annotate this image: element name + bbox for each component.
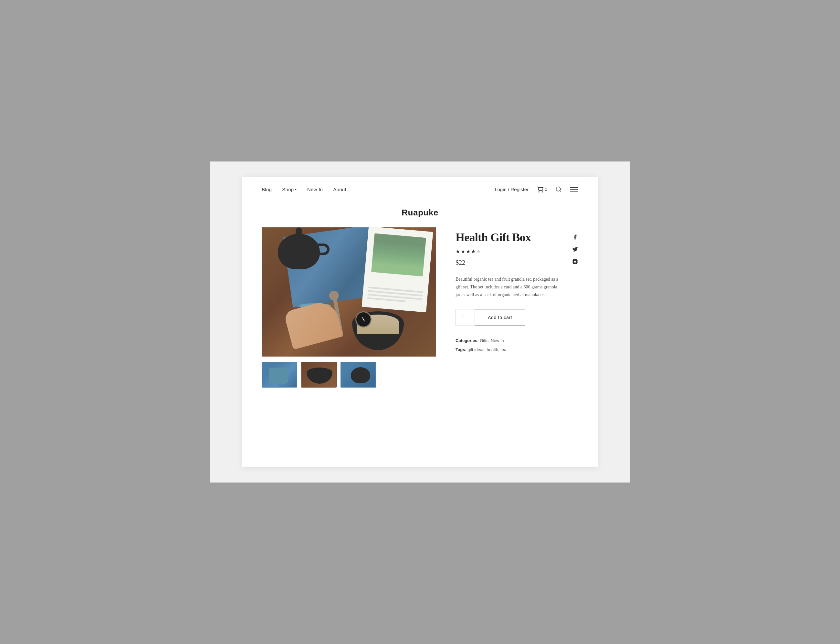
- nav-new-in[interactable]: New In: [307, 187, 323, 192]
- cart-icon: [536, 186, 543, 193]
- svg-point-1: [542, 192, 543, 192]
- star-3: ★: [466, 248, 470, 255]
- hamburger-line-3: [570, 191, 578, 192]
- product-section: Health Gift Box ★ ★ ★ ★ ★ $22 Beautiful …: [242, 227, 598, 404]
- facebook-icon[interactable]: [572, 234, 578, 240]
- teapot: [278, 234, 320, 269]
- thumbnail-3[interactable]: [340, 362, 376, 388]
- product-info: Health Gift Box ★ ★ ★ ★ ★ $22 Beautiful …: [455, 227, 578, 388]
- main-nav: Blog Shop ▾ New In About: [262, 187, 346, 192]
- hamburger-line-1: [570, 187, 578, 188]
- svg-point-2: [556, 187, 561, 191]
- product-title: Health Gift Box: [455, 231, 578, 245]
- product-rating: ★ ★ ★ ★ ★: [455, 248, 578, 255]
- main-product-image[interactable]: [262, 227, 436, 356]
- thumbnail-gallery: [262, 362, 436, 388]
- menu-button[interactable]: [570, 187, 578, 192]
- shop-chevron-icon: ▾: [295, 188, 297, 191]
- nav-about[interactable]: About: [333, 187, 346, 192]
- logo-section: Ruapuke: [242, 202, 598, 227]
- page-wrapper: Blog Shop ▾ New In About Login / Registe…: [210, 161, 630, 483]
- nav-blog[interactable]: Blog: [262, 187, 272, 192]
- book: [362, 227, 433, 312]
- add-to-cart-row: Add to cart: [455, 309, 578, 326]
- star-5: ★: [476, 248, 481, 255]
- site-container: Blog Shop ▾ New In About Login / Registe…: [242, 177, 598, 467]
- product-price: $22: [455, 259, 578, 266]
- site-header: Blog Shop ▾ New In About Login / Registe…: [242, 177, 598, 202]
- product-images: [262, 227, 436, 388]
- header-actions: Login / Register 5: [495, 186, 578, 193]
- watch: [355, 311, 372, 327]
- social-icons: [572, 234, 578, 265]
- quantity-input[interactable]: [455, 309, 475, 326]
- hamburger-line-2: [570, 189, 578, 190]
- site-logo[interactable]: Ruapuke: [401, 208, 438, 217]
- categories-line: Categories: Gifts, New In: [455, 337, 578, 344]
- tags-label: Tags:: [455, 347, 467, 352]
- login-register-link[interactable]: Login / Register: [495, 187, 529, 192]
- svg-point-0: [539, 192, 539, 192]
- star-2: ★: [461, 248, 465, 255]
- search-button[interactable]: [555, 186, 562, 193]
- cart-button[interactable]: 5: [536, 186, 547, 193]
- thumbnail-1[interactable]: [262, 362, 297, 388]
- svg-line-3: [560, 191, 561, 192]
- categories-label: Categories:: [455, 338, 479, 343]
- book-lines: [367, 286, 423, 306]
- star-4: ★: [471, 248, 475, 255]
- tags-line: Tags: gift ideas, health, tea: [455, 347, 578, 353]
- categories-value: Gifts, New In: [480, 338, 504, 343]
- cart-count: 5: [545, 187, 547, 192]
- thumbnail-2[interactable]: [301, 362, 337, 388]
- twitter-icon[interactable]: [572, 246, 578, 253]
- tags-value: gift ideas, health, tea: [467, 347, 506, 352]
- book-image: [371, 233, 426, 276]
- instagram-icon[interactable]: [572, 258, 578, 265]
- nav-shop[interactable]: Shop ▾: [282, 187, 297, 192]
- product-description: Beautiful organic tea and fruit granola …: [455, 276, 559, 298]
- add-to-cart-button[interactable]: Add to cart: [475, 309, 525, 326]
- star-1: ★: [455, 248, 460, 255]
